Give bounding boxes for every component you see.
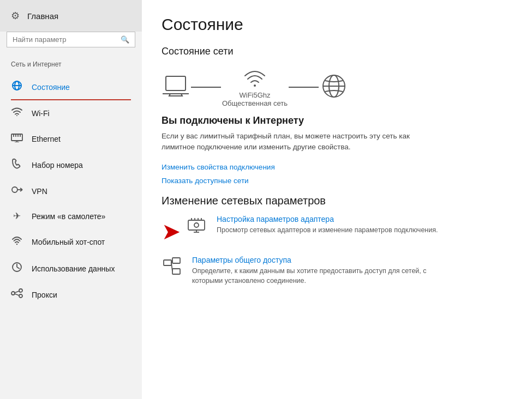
network-type-label: Общественная сеть [222, 99, 288, 107]
sidebar-item-label-vpn: VPN [32, 187, 47, 196]
svg-rect-4 [11, 134, 22, 141]
adapter-settings-item: ➤ Настройка параметров адаптера Просмотр… [162, 215, 512, 245]
sidebar-section-label: Сеть и Интернет [0, 56, 142, 74]
arrow-col: ➤ [162, 215, 183, 245]
svg-point-17 [11, 292, 15, 295]
sidebar-home-label: Главная [27, 11, 58, 21]
page-title: Состояние [162, 15, 512, 34]
svg-point-19 [19, 294, 22, 298]
svg-point-15 [16, 244, 17, 245]
sidebar-item-datausage[interactable]: Использование данных [0, 255, 142, 282]
datausage-icon [11, 262, 23, 275]
svg-rect-37 [172, 258, 180, 263]
change-section-title: Изменение сетевых параметров [162, 195, 512, 207]
sidebar-item-ethernet[interactable]: Ethernet [0, 126, 142, 152]
search-icon: 🔍 [121, 35, 129, 44]
dialup-icon [11, 158, 23, 172]
link-change-properties[interactable]: Изменить свойства подключения [162, 163, 512, 171]
search-input[interactable] [13, 35, 116, 44]
red-arrow-icon: ➤ [162, 218, 181, 245]
sidebar-item-wifi[interactable]: Wi-Fi [0, 100, 142, 126]
svg-line-40 [171, 263, 172, 271]
sidebar-item-label-dialup: Набор номера [32, 161, 83, 170]
svg-rect-38 [172, 269, 180, 274]
wifi-name-label: WiFi5Ghz [239, 91, 270, 99]
net-line-2 [289, 87, 319, 88]
sharing-settings-desc: Определите, к каким данным вы хотите пре… [192, 266, 438, 286]
home-icon: ⚙ [11, 10, 20, 22]
net-line-1 [191, 87, 221, 88]
svg-point-3 [16, 115, 17, 116]
sidebar: ⚙ Главная 🔍 Сеть и Интернет Состояние [0, 0, 142, 399]
sidebar-item-label-hotspot: Мобильный хот-спот [32, 238, 105, 246]
svg-line-20 [15, 291, 19, 293]
sidebar-item-dialup[interactable]: Набор номера [0, 152, 142, 178]
sidebar-item-label-ethernet: Ethernet [32, 135, 61, 143]
sidebar-item-label-proxy: Прокси [32, 291, 57, 299]
sidebar-item-vpn[interactable]: VPN [0, 178, 142, 204]
network-diagram: WiFi5Ghz Общественная сеть [162, 67, 512, 107]
svg-rect-22 [166, 76, 186, 90]
vpn-icon [11, 185, 23, 197]
adapter-settings-desc: Просмотр сетевых адаптеров и изменение п… [217, 225, 438, 235]
svg-rect-28 [188, 220, 205, 230]
sharing-settings-title[interactable]: Параметры общего доступа [192, 256, 438, 264]
wifi-icon [11, 107, 23, 119]
sidebar-home-button[interactable]: ⚙ Главная [0, 0, 142, 32]
main-content: Состояние Состояние сети WiFi5Gh [142, 0, 532, 399]
sharing-icon [162, 257, 182, 279]
sidebar-item-label-status: Состояние [32, 83, 70, 92]
sidebar-item-label-airplane: Режим «в самолете» [32, 212, 105, 221]
ethernet-icon [11, 132, 23, 145]
svg-line-21 [15, 294, 19, 295]
svg-point-11 [12, 187, 17, 192]
svg-point-29 [194, 223, 199, 227]
connected-title: Вы подключены к Интернету [162, 115, 512, 126]
laptop-icon [162, 74, 190, 100]
proxy-icon [11, 288, 23, 301]
sidebar-item-hotspot[interactable]: Мобильный хот-спот [0, 228, 142, 255]
svg-rect-36 [164, 260, 171, 265]
svg-point-24 [254, 84, 256, 87]
sharing-settings-text: Параметры общего доступа Определите, к к… [192, 256, 438, 286]
status-icon [11, 80, 23, 94]
wifi-network-col: WiFi5Ghz Общественная сеть [222, 67, 288, 107]
adapter-icon [186, 216, 207, 238]
network-section-title: Состояние сети [162, 46, 512, 57]
adapter-settings-text: Настройка параметров адаптера Просмотр с… [217, 215, 438, 235]
sidebar-item-label-wifi: Wi-Fi [32, 109, 50, 118]
link-show-networks[interactable]: Показать доступные сети [162, 177, 512, 185]
sharing-settings-item: Параметры общего доступа Определите, к к… [162, 256, 512, 286]
adapter-settings-content: Настройка параметров адаптера Просмотр с… [186, 215, 438, 238]
sidebar-item-proxy[interactable]: Прокси [0, 282, 142, 307]
adapter-settings-title[interactable]: Настройка параметров адаптера [217, 215, 438, 223]
svg-point-18 [19, 289, 22, 292]
globe-icon [320, 72, 348, 102]
wifi-signal-icon [243, 67, 267, 91]
connected-desc: Если у вас лимитный тарифный план, вы мо… [162, 131, 434, 153]
sidebar-item-label-datausage: Использование данных [32, 264, 115, 273]
sidebar-item-airplane[interactable]: ✈ Режим «в самолете» [0, 204, 142, 228]
sidebar-item-status[interactable]: Состояние [0, 74, 142, 100]
hotspot-icon [11, 235, 23, 249]
airplane-icon: ✈ [11, 210, 23, 222]
search-box: 🔍 [7, 32, 135, 47]
